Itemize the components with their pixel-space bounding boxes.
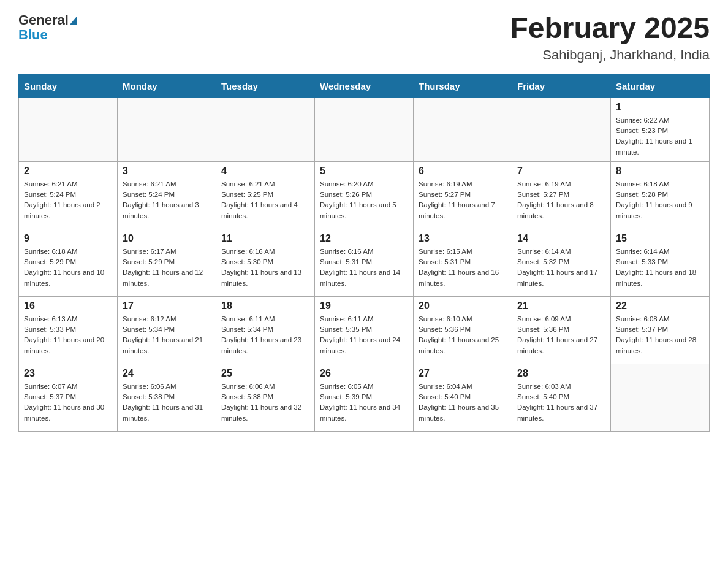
- table-cell: [19, 98, 118, 161]
- header-thursday: Thursday: [414, 74, 512, 98]
- day-info: Sunrise: 6:15 AMSunset: 5:31 PMDaylight:…: [419, 247, 507, 289]
- table-cell: 25Sunrise: 6:06 AMSunset: 5:38 PMDayligh…: [216, 364, 315, 431]
- table-cell: 14Sunrise: 6:14 AMSunset: 5:32 PMDayligh…: [512, 229, 611, 296]
- day-number: 28: [517, 368, 605, 379]
- table-cell: 28Sunrise: 6:03 AMSunset: 5:40 PMDayligh…: [512, 364, 611, 431]
- day-info: Sunrise: 6:05 AMSunset: 5:39 PMDaylight:…: [320, 381, 408, 424]
- table-cell: 6Sunrise: 6:19 AMSunset: 5:27 PMDaylight…: [414, 161, 512, 229]
- day-number: 20: [419, 301, 507, 312]
- day-number: 13: [419, 233, 507, 244]
- table-cell: [315, 98, 414, 161]
- day-number: 18: [221, 301, 309, 312]
- day-info: Sunrise: 6:19 AMSunset: 5:27 PMDaylight:…: [517, 179, 605, 221]
- week-row-0: 1Sunrise: 6:22 AMSunset: 5:23 PMDaylight…: [19, 98, 710, 161]
- table-cell: 8Sunrise: 6:18 AMSunset: 5:28 PMDaylight…: [611, 161, 710, 229]
- day-info: Sunrise: 6:11 AMSunset: 5:35 PMDaylight:…: [320, 314, 408, 356]
- day-info: Sunrise: 6:06 AMSunset: 5:38 PMDaylight:…: [123, 381, 211, 424]
- day-number: 27: [419, 368, 507, 379]
- day-info: Sunrise: 6:16 AMSunset: 5:31 PMDaylight:…: [320, 247, 408, 289]
- logo-general-text: General: [18, 12, 69, 28]
- day-info: Sunrise: 6:04 AMSunset: 5:40 PMDaylight:…: [419, 381, 507, 424]
- week-row-3: 16Sunrise: 6:13 AMSunset: 5:33 PMDayligh…: [19, 296, 710, 364]
- table-cell: 17Sunrise: 6:12 AMSunset: 5:34 PMDayligh…: [118, 296, 216, 364]
- header-wednesday: Wednesday: [315, 74, 414, 98]
- day-number: 19: [320, 301, 408, 312]
- day-info: Sunrise: 6:14 AMSunset: 5:32 PMDaylight:…: [517, 247, 605, 289]
- table-cell: 4Sunrise: 6:21 AMSunset: 5:25 PMDaylight…: [216, 161, 315, 229]
- day-number: 9: [24, 233, 112, 244]
- day-number: 3: [123, 166, 211, 177]
- day-number: 11: [221, 233, 309, 244]
- month-title: February 2025: [510, 12, 710, 45]
- day-number: 2: [24, 166, 112, 177]
- day-info: Sunrise: 6:22 AMSunset: 5:23 PMDaylight:…: [616, 115, 704, 158]
- day-info: Sunrise: 6:17 AMSunset: 5:29 PMDaylight:…: [123, 247, 211, 289]
- day-number: 5: [320, 166, 408, 177]
- table-cell: 19Sunrise: 6:11 AMSunset: 5:35 PMDayligh…: [315, 296, 414, 364]
- day-number: 25: [221, 368, 309, 379]
- table-cell: 27Sunrise: 6:04 AMSunset: 5:40 PMDayligh…: [414, 364, 512, 431]
- table-cell: [512, 98, 611, 161]
- day-number: 21: [517, 301, 605, 312]
- day-number: 1: [616, 102, 704, 113]
- day-info: Sunrise: 6:03 AMSunset: 5:40 PMDaylight:…: [517, 381, 605, 424]
- day-info: Sunrise: 6:09 AMSunset: 5:36 PMDaylight:…: [517, 314, 605, 356]
- day-info: Sunrise: 6:21 AMSunset: 5:25 PMDaylight:…: [221, 179, 309, 221]
- week-row-4: 23Sunrise: 6:07 AMSunset: 5:37 PMDayligh…: [19, 364, 710, 431]
- day-info: Sunrise: 6:06 AMSunset: 5:38 PMDaylight:…: [221, 381, 309, 424]
- table-cell: 11Sunrise: 6:16 AMSunset: 5:30 PMDayligh…: [216, 229, 315, 296]
- day-info: Sunrise: 6:11 AMSunset: 5:34 PMDaylight:…: [221, 314, 309, 356]
- day-info: Sunrise: 6:20 AMSunset: 5:26 PMDaylight:…: [320, 179, 408, 221]
- location-title: Sahibganj, Jharkhand, India: [510, 47, 710, 63]
- table-cell: 23Sunrise: 6:07 AMSunset: 5:37 PMDayligh…: [19, 364, 118, 431]
- day-number: 14: [517, 233, 605, 244]
- header-friday: Friday: [512, 74, 611, 98]
- table-cell: [611, 364, 710, 431]
- day-info: Sunrise: 6:18 AMSunset: 5:29 PMDaylight:…: [24, 247, 112, 289]
- table-cell: 20Sunrise: 6:10 AMSunset: 5:36 PMDayligh…: [414, 296, 512, 364]
- day-number: 6: [419, 166, 507, 177]
- table-cell: [216, 98, 315, 161]
- day-info: Sunrise: 6:07 AMSunset: 5:37 PMDaylight:…: [24, 381, 112, 424]
- day-info: Sunrise: 6:18 AMSunset: 5:28 PMDaylight:…: [616, 179, 704, 221]
- day-number: 12: [320, 233, 408, 244]
- day-number: 17: [123, 301, 211, 312]
- page-header: General Blue February 2025 Sahibganj, Jh…: [18, 12, 710, 63]
- title-section: February 2025 Sahibganj, Jharkhand, Indi…: [510, 12, 710, 63]
- header-monday: Monday: [118, 74, 216, 98]
- table-cell: 5Sunrise: 6:20 AMSunset: 5:26 PMDaylight…: [315, 161, 414, 229]
- day-number: 4: [221, 166, 309, 177]
- table-cell: 13Sunrise: 6:15 AMSunset: 5:31 PMDayligh…: [414, 229, 512, 296]
- day-info: Sunrise: 6:21 AMSunset: 5:24 PMDaylight:…: [24, 179, 112, 221]
- header-saturday: Saturday: [611, 74, 710, 98]
- day-info: Sunrise: 6:12 AMSunset: 5:34 PMDaylight:…: [123, 314, 211, 356]
- header-sunday: Sunday: [19, 74, 118, 98]
- day-info: Sunrise: 6:08 AMSunset: 5:37 PMDaylight:…: [616, 314, 704, 356]
- day-info: Sunrise: 6:13 AMSunset: 5:33 PMDaylight:…: [24, 314, 112, 356]
- week-row-1: 2Sunrise: 6:21 AMSunset: 5:24 PMDaylight…: [19, 161, 710, 229]
- day-number: 15: [616, 233, 704, 244]
- logo: General Blue: [18, 12, 77, 42]
- table-cell: 3Sunrise: 6:21 AMSunset: 5:24 PMDaylight…: [118, 161, 216, 229]
- table-cell: 12Sunrise: 6:16 AMSunset: 5:31 PMDayligh…: [315, 229, 414, 296]
- table-cell: [414, 98, 512, 161]
- table-cell: 16Sunrise: 6:13 AMSunset: 5:33 PMDayligh…: [19, 296, 118, 364]
- table-cell: 24Sunrise: 6:06 AMSunset: 5:38 PMDayligh…: [118, 364, 216, 431]
- table-cell: 1Sunrise: 6:22 AMSunset: 5:23 PMDaylight…: [611, 98, 710, 161]
- table-cell: [118, 98, 216, 161]
- logo-blue-text: Blue: [18, 27, 48, 42]
- day-number: 26: [320, 368, 408, 379]
- day-number: 22: [616, 301, 704, 312]
- table-cell: 2Sunrise: 6:21 AMSunset: 5:24 PMDaylight…: [19, 161, 118, 229]
- day-info: Sunrise: 6:19 AMSunset: 5:27 PMDaylight:…: [419, 179, 507, 221]
- day-number: 8: [616, 166, 704, 177]
- header-tuesday: Tuesday: [216, 74, 315, 98]
- day-number: 23: [24, 368, 112, 379]
- table-cell: 22Sunrise: 6:08 AMSunset: 5:37 PMDayligh…: [611, 296, 710, 364]
- table-cell: 18Sunrise: 6:11 AMSunset: 5:34 PMDayligh…: [216, 296, 315, 364]
- table-cell: 21Sunrise: 6:09 AMSunset: 5:36 PMDayligh…: [512, 296, 611, 364]
- day-info: Sunrise: 6:16 AMSunset: 5:30 PMDaylight:…: [221, 247, 309, 289]
- day-info: Sunrise: 6:10 AMSunset: 5:36 PMDaylight:…: [419, 314, 507, 356]
- day-number: 10: [123, 233, 211, 244]
- day-info: Sunrise: 6:14 AMSunset: 5:33 PMDaylight:…: [616, 247, 704, 289]
